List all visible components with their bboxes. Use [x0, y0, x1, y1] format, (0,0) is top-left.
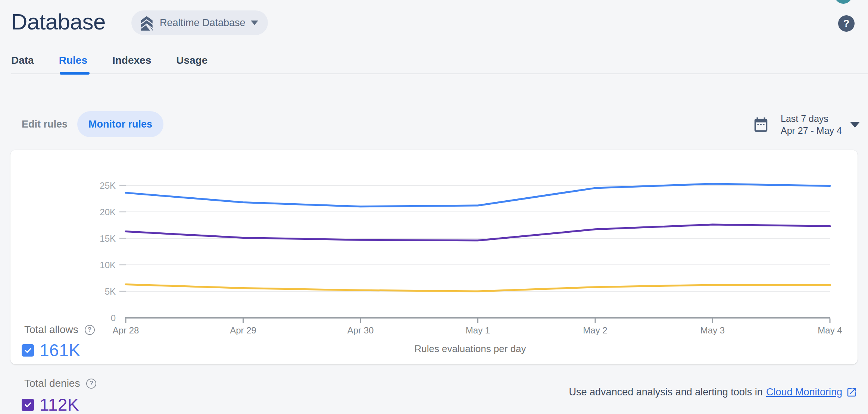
x-axis-label: Apr 28: [113, 325, 139, 335]
y-axis-label: 10K: [100, 260, 116, 270]
legend-label-text: Total denies: [24, 377, 80, 389]
rules-evaluations-chart: 05K10K15K20K25KApr 28Apr 29Apr 30May 1Ma…: [93, 172, 847, 336]
chevron-down-icon: [850, 122, 860, 128]
legend-label-denies: Total denies ?: [24, 377, 96, 389]
help-icon[interactable]: ?: [86, 379, 96, 389]
date-range-selector[interactable]: Last 7 days Apr 27 - May 4: [752, 110, 859, 139]
chevron-down-icon: [251, 21, 258, 25]
series-line-total-allows: [126, 184, 830, 207]
user-avatar[interactable]: [834, 0, 852, 4]
x-axis-label: May 2: [583, 325, 607, 335]
checkmark-icon: [23, 400, 33, 410]
help-icon[interactable]: ?: [838, 15, 855, 32]
external-link-icon: [846, 387, 857, 398]
rules-monitor-card: Total allows ? 161K Total denies ? 112K: [10, 150, 858, 364]
tab-usage[interactable]: Usage: [176, 54, 207, 70]
tab-data[interactable]: Data: [11, 54, 34, 70]
x-axis-label: Apr 29: [230, 325, 256, 335]
date-range-preset: Last 7 days: [781, 113, 842, 125]
active-tab-indicator: [60, 72, 90, 75]
chart-caption: Rules evaluations per day: [93, 343, 847, 355]
y-axis-label: 5K: [105, 286, 116, 297]
legend-row-denies: 112K: [22, 395, 79, 414]
edit-rules-button[interactable]: Edit rules: [22, 119, 68, 130]
legend-label-allows: Total allows ?: [24, 324, 95, 336]
y-axis-label: 0: [111, 313, 116, 323]
question-mark-glyph: ?: [843, 18, 850, 29]
footer-text: Use advanced analysis and alerting tools…: [569, 386, 763, 398]
tab-rules[interactable]: Rules: [59, 54, 87, 70]
firebase-database-rules-page: ? Database Realtime Database Data Rules …: [0, 0, 868, 414]
realtime-database-dropdown[interactable]: Realtime Database: [131, 10, 268, 35]
tab-divider: [11, 73, 868, 74]
legend-label-text: Total allows: [24, 324, 78, 336]
date-range-dates: Apr 27 - May 4: [781, 125, 842, 137]
chip-label: Realtime Database: [160, 17, 246, 29]
x-axis-label: May 3: [700, 325, 725, 335]
checkmark-icon: [23, 345, 33, 355]
tab-bar: Data Rules Indexes Usage: [11, 54, 207, 70]
allows-checkbox[interactable]: [22, 344, 34, 357]
legend-row-allows: 161K: [22, 340, 80, 360]
cloud-monitoring-link[interactable]: Cloud Monitoring: [766, 386, 842, 398]
y-axis-label: 25K: [100, 181, 116, 191]
y-axis-label: 15K: [100, 233, 116, 244]
total-allows-value: 161K: [40, 340, 80, 360]
monitor-rules-button[interactable]: Monitor rules: [77, 111, 163, 137]
calendar-icon: [752, 115, 769, 134]
x-axis-label: May 1: [466, 325, 490, 335]
realtime-database-icon: [139, 15, 154, 31]
x-axis-label: May 4: [818, 325, 842, 335]
footer-note: Use advanced analysis and alerting tools…: [569, 386, 857, 398]
total-denies-value: 112K: [40, 395, 79, 414]
series-line-total-errors: [126, 285, 830, 291]
tab-indexes[interactable]: Indexes: [112, 54, 151, 70]
denies-checkbox[interactable]: [22, 399, 34, 411]
date-range-text: Last 7 days Apr 27 - May 4: [781, 113, 842, 137]
page-title: Database: [11, 9, 106, 35]
x-axis-label: Apr 30: [347, 325, 374, 335]
y-axis-label: 20K: [100, 207, 116, 217]
